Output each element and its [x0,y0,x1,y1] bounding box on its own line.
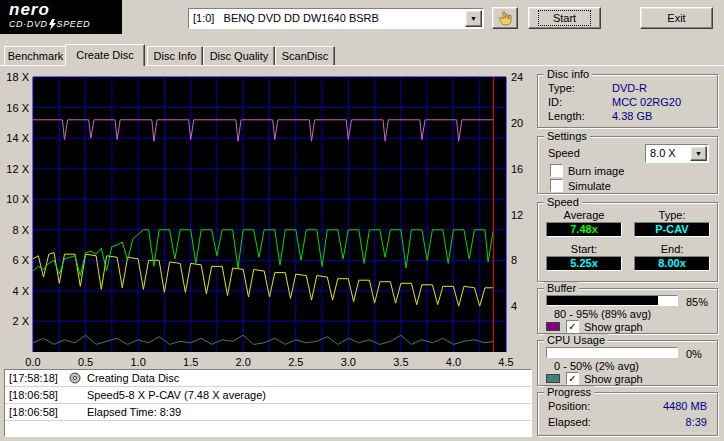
svg-text:4: 4 [511,300,517,312]
nero-logo: nero CD·DVD SPEED [0,0,122,34]
nero-brand-text: nero [9,1,122,19]
log-timestamp: [18:06:58] [9,389,69,401]
elapsed-value: 8:39 [617,416,707,428]
hand-icon [497,10,513,26]
lightning-icon [49,19,56,30]
chevron-down-icon[interactable]: ▼ [690,146,707,161]
disc-icon [69,372,81,384]
svg-text:12: 12 [511,209,523,221]
disc-id-value: MCC 02RG20 [612,96,681,108]
cpu-show-graph-label: Show graph [584,373,643,385]
disc-type-label: Type: [548,82,575,94]
speed-chart: 0.00.51.01.52.02.53.03.54.04.52 X4 X6 X8… [0,70,532,366]
buffer-bar [546,295,678,306]
svg-text:4 X: 4 X [12,285,29,297]
progress-title: Progress [544,386,594,398]
svg-text:10 X: 10 X [6,193,29,205]
exit-button[interactable]: Exit [640,7,713,29]
drive-select-value: [1:0] BENQ DVD DD DW1640 BSRB [193,12,379,24]
progress-group: Progress Position: 4480 MB Elapsed: 8:39 [537,392,718,436]
tab-benchmark[interactable]: Benchmark [4,46,67,65]
tab-create-disc[interactable]: Create Disc [65,44,145,66]
buffer-group: Buffer 85% 80 - 95% (89% avg) ✓ Show gra… [537,288,718,334]
position-value: 4480 MB [617,400,707,412]
type-value: P-CAV [634,222,710,237]
exit-button-label: Exit [667,12,685,24]
buffer-color-swatch [546,322,560,331]
cpu-usage-title: CPU Usage [544,334,608,346]
cpu-usage-group: CPU Usage 0% 0 - 50% (2% avg) ✓ Show gra… [537,340,718,386]
svg-text:2.0: 2.0 [236,356,251,366]
average-label: Average [546,209,622,221]
buffer-show-graph-checkbox[interactable]: ✓ [566,320,579,333]
svg-text:14 X: 14 X [6,132,29,144]
settings-group: Settings Speed 8.0 X ▼ Burn image Simula… [537,136,718,194]
svg-text:8: 8 [511,254,517,266]
type-label: Type: [634,209,710,221]
speed-group: Speed Average Type: 7.48x P-CAV Start: E… [537,202,718,282]
start-button[interactable]: Start [528,7,601,29]
tab-scandisc[interactable]: ScanDisc [275,46,335,65]
cpu-percent: 0% [686,348,702,360]
svg-text:16 X: 16 X [6,102,29,114]
product-name-text: CD·DVD SPEED [9,19,122,30]
simulate-label: Simulate [568,180,611,192]
speed-select[interactable]: 8.0 X ▼ [645,144,709,163]
start-speed-label: Start: [546,243,622,255]
settings-title: Settings [544,130,590,142]
chevron-down-icon[interactable]: ▼ [465,10,482,27]
log-text: Speed5-8 X P-CAV (7.48 X average) [87,389,266,401]
svg-text:2.5: 2.5 [288,356,303,366]
start-button-label: Start [538,10,591,26]
burn-image-checkbox[interactable] [550,164,563,177]
disc-length-value: 4.38 GB [612,110,652,122]
svg-text:4.0: 4.0 [446,356,461,366]
tab-disc-info[interactable]: Disc Info [147,46,203,65]
svg-text:4.5: 4.5 [498,356,513,366]
cpu-color-swatch [546,374,560,383]
log-row: [18:06:58] Elapsed Time: 8:39 [5,404,531,421]
tab-disc-info-label: Disc Info [154,50,197,62]
status-log[interactable]: [17:58:18] Creating Data Disc [18:06:58]… [4,369,532,437]
disc-info-title: Disc info [544,68,592,80]
svg-text:3.5: 3.5 [393,356,408,366]
log-iconcell [69,372,87,384]
product-left: CD·DVD [9,19,48,30]
cpu-range: 0 - 50% (2% avg) [554,360,639,372]
buffer-show-graph-label: Show graph [584,321,643,333]
svg-text:3.0: 3.0 [341,356,356,366]
tab-create-disc-label: Create Disc [76,49,133,61]
tab-benchmark-label: Benchmark [8,50,64,62]
nero-cd-dvd-speed-window: nero CD·DVD SPEED [1:0] BENQ DVD DD DW16… [0,0,724,441]
drive-select[interactable]: [1:0] BENQ DVD DD DW1640 BSRB ▼ [188,8,484,29]
log-timestamp: [17:58:18] [9,372,69,384]
buffer-title: Buffer [544,282,579,294]
svg-text:0.0: 0.0 [25,356,40,366]
svg-text:0.5: 0.5 [78,356,93,366]
eject-tray-button[interactable] [492,7,518,29]
cpu-show-graph-checkbox[interactable]: ✓ [566,372,579,385]
simulate-checkbox[interactable] [550,179,563,192]
log-text: Elapsed Time: 8:39 [87,406,181,418]
svg-text:1.5: 1.5 [183,356,198,366]
buffer-range: 80 - 95% (89% avg) [554,308,651,320]
tab-scandisc-label: ScanDisc [282,50,328,62]
svg-text:12 X: 12 X [6,163,29,175]
svg-text:16: 16 [511,163,523,175]
average-value: 7.48x [546,222,622,237]
svg-text:18 X: 18 X [6,71,29,83]
disc-length-label: Length: [548,110,585,122]
log-row: [17:58:18] Creating Data Disc [5,370,531,387]
end-speed-label: End: [634,243,710,255]
tab-disc-quality[interactable]: Disc Quality [203,46,275,65]
log-row: [18:06:58] Speed5-8 X P-CAV (7.48 X aver… [5,387,531,404]
svg-text:8 X: 8 X [12,224,29,236]
disc-info-group: Disc info Type: DVD-R ID: MCC 02RG20 Len… [537,74,718,128]
product-right: SPEED [57,19,91,30]
tab-disc-quality-label: Disc Quality [210,50,269,62]
svg-text:20: 20 [511,117,523,129]
burn-image-label: Burn image [568,165,624,177]
position-label: Position: [548,400,590,412]
log-text: Creating Data Disc [87,372,179,384]
log-timestamp: [18:06:58] [9,406,69,418]
